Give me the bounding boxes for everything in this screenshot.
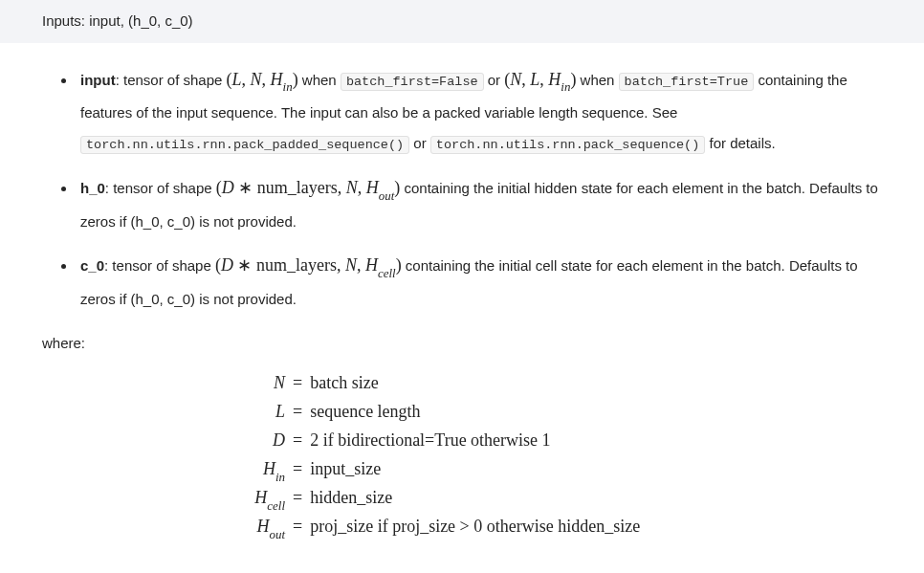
- param-input-pre: : tensor of shape: [116, 72, 227, 88]
- param-input-shape1: (L, N, Hin): [227, 70, 298, 89]
- parameter-list: input: tensor of shape (L, N, Hin) when …: [77, 62, 882, 315]
- param-input-mid1: when: [298, 72, 341, 88]
- param-h0: h_0: tensor of shape (D ∗ num_layers, N,…: [77, 170, 882, 236]
- param-h0-name: h_0: [80, 180, 105, 196]
- param-input-tail: for details.: [705, 135, 775, 151]
- param-input-between: or: [484, 72, 505, 88]
- code-pack-padded[interactable]: torch.nn.utils.rnn.pack_padded_sequence(…: [80, 136, 409, 154]
- def-Hin: Hin = input_size: [42, 452, 882, 481]
- content-area: input: tensor of shape (L, N, Hin) when …: [0, 43, 924, 555]
- param-h0-pre: : tensor of shape: [105, 180, 216, 196]
- equals-sign: =: [291, 510, 304, 542]
- param-input-name: input: [80, 72, 116, 88]
- param-input-mid2: when: [576, 72, 618, 88]
- def-Hcell: Hcell = hidden_size: [42, 481, 882, 510]
- inputs-header: Inputs: input, (h_0, c_0): [0, 0, 924, 43]
- code-batch-first-true: batch_first=True: [619, 73, 755, 91]
- param-input: input: tensor of shape (L, N, Hin) when …: [77, 62, 882, 160]
- where-label: where:: [42, 330, 882, 358]
- code-pack-sequence[interactable]: torch.nn.utils.rnn.pack_sequence(): [430, 136, 705, 154]
- def-Hout: Hout = proj_size if proj_size > 0 otherw…: [42, 510, 882, 539]
- definitions-block: N = batch size L = sequence length D = 2…: [42, 366, 882, 539]
- param-c0-shape: (D ∗ num_layers, N, Hcell): [215, 255, 402, 275]
- def-Hout-lhs: Hout: [42, 510, 291, 544]
- param-c0: c_0: tensor of shape (D ∗ num_layers, N,…: [77, 248, 882, 314]
- def-L: L = sequence length: [42, 395, 882, 424]
- param-input-or: or: [409, 135, 430, 151]
- def-N: N = batch size: [42, 366, 882, 395]
- param-c0-pre: : tensor of shape: [104, 257, 215, 274]
- param-c0-name: c_0: [80, 257, 104, 274]
- def-D: D = 2 if bidirectional=True otherwise 1: [42, 424, 882, 452]
- inputs-header-text: Inputs: input, (h_0, c_0): [42, 12, 193, 29]
- code-batch-first-false: batch_first=False: [341, 73, 484, 91]
- def-Hout-rhs: proj_size if proj_size > 0 otherwise hid…: [304, 510, 640, 542]
- param-h0-shape: (D ∗ num_layers, N, Hout): [216, 178, 401, 197]
- param-input-shape2: (N, L, Hin): [504, 70, 576, 89]
